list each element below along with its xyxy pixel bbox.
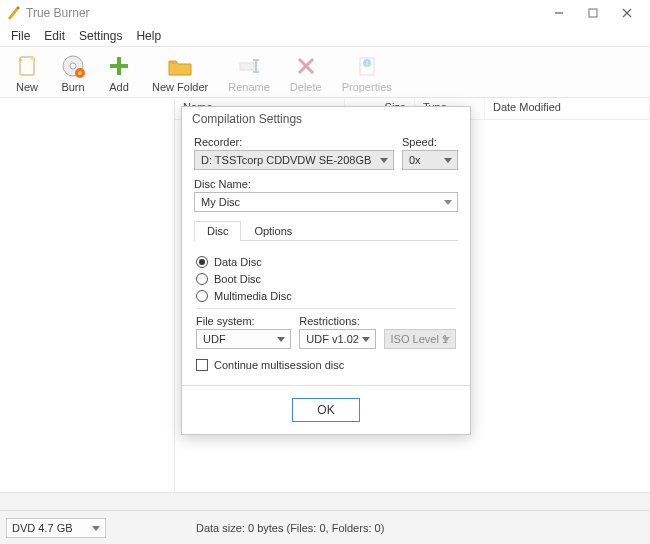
menu-file[interactable]: File xyxy=(4,28,37,44)
properties-label: Properties xyxy=(342,81,392,93)
add-button[interactable]: Add xyxy=(96,51,142,95)
file-system-value: UDF xyxy=(203,333,226,345)
svg-point-8 xyxy=(70,63,76,69)
maximize-button[interactable] xyxy=(576,2,610,24)
disc-name-value: My Disc xyxy=(201,196,240,208)
speed-value: 0x xyxy=(409,154,421,166)
toolbar: New Burn Add New Folder Rename Delete i … xyxy=(0,46,650,98)
tab-disc[interactable]: Disc xyxy=(194,221,241,241)
burn-icon xyxy=(60,53,86,79)
delete-button[interactable]: Delete xyxy=(280,51,332,95)
disc-type-value: DVD 4.7 GB xyxy=(12,522,73,534)
radio-boot-disc[interactable]: Boot Disc xyxy=(196,273,456,285)
continue-multisession-checkbox[interactable]: Continue multisession disc xyxy=(196,359,456,371)
restrictions-label: Restrictions: xyxy=(299,315,375,327)
new-icon xyxy=(14,53,40,79)
recorder-select[interactable]: D: TSSTcorp CDDVDW SE-208GB xyxy=(194,150,394,170)
add-label: Add xyxy=(109,81,129,93)
iso-level-select: ISO Level 1 xyxy=(384,329,456,349)
svg-rect-13 xyxy=(240,63,254,70)
radio-data-disc[interactable]: Data Disc xyxy=(196,256,456,268)
recorder-label: Recorder: xyxy=(194,136,394,148)
radio-multimedia-disc-label: Multimedia Disc xyxy=(214,290,292,302)
divider xyxy=(196,308,456,309)
iso-level-value: ISO Level 1 xyxy=(391,333,448,345)
properties-button[interactable]: i Properties xyxy=(332,51,402,95)
menu-settings[interactable]: Settings xyxy=(72,28,129,44)
burn-button[interactable]: Burn xyxy=(50,51,96,95)
restrictions-select[interactable]: UDF v1.02 xyxy=(299,329,375,349)
burn-label: Burn xyxy=(61,81,84,93)
continue-multisession-label: Continue multisession disc xyxy=(214,359,344,371)
delete-icon xyxy=(293,53,319,79)
radio-icon xyxy=(196,256,208,268)
close-button[interactable] xyxy=(610,2,644,24)
radio-data-disc-label: Data Disc xyxy=(214,256,262,268)
disc-name-input[interactable]: My Disc xyxy=(194,192,458,212)
restrictions-value: UDF v1.02 xyxy=(306,333,359,345)
menu-bar: File Edit Settings Help xyxy=(0,26,650,46)
file-system-label: File system: xyxy=(196,315,291,327)
dialog-footer: OK xyxy=(182,385,470,434)
recorder-value: D: TSSTcorp CDDVDW SE-208GB xyxy=(201,154,371,166)
speed-label: Speed: xyxy=(402,136,458,148)
new-label: New xyxy=(16,81,38,93)
size-gauge xyxy=(0,492,650,510)
status-bar: DVD 4.7 GB Data size: 0 bytes (Files: 0,… xyxy=(0,510,650,544)
new-button[interactable]: New xyxy=(4,51,50,95)
file-system-select[interactable]: UDF xyxy=(196,329,291,349)
disc-type-select[interactable]: DVD 4.7 GB xyxy=(6,518,106,538)
new-folder-icon xyxy=(167,53,193,79)
radio-icon xyxy=(196,273,208,285)
svg-point-10 xyxy=(78,71,82,75)
rename-icon xyxy=(236,53,262,79)
compilation-settings-dialog: Compilation Settings Recorder: D: TSSTco… xyxy=(181,106,471,435)
app-icon xyxy=(6,6,20,20)
new-folder-button[interactable]: New Folder xyxy=(142,51,218,95)
properties-icon: i xyxy=(354,53,380,79)
tree-pane[interactable] xyxy=(0,98,175,495)
speed-select[interactable]: 0x xyxy=(402,150,458,170)
menu-edit[interactable]: Edit xyxy=(37,28,72,44)
tab-disc-body: Data Disc Boot Disc Multimedia Disc File… xyxy=(194,241,458,377)
radio-icon xyxy=(196,290,208,302)
dialog-tabs: Disc Options xyxy=(194,220,458,241)
tab-options[interactable]: Options xyxy=(241,221,305,241)
checkbox-icon xyxy=(196,359,208,371)
delete-label: Delete xyxy=(290,81,322,93)
minimize-button[interactable] xyxy=(542,2,576,24)
radio-boot-disc-label: Boot Disc xyxy=(214,273,261,285)
data-size-text: Data size: 0 bytes (Files: 0, Folders: 0… xyxy=(196,522,384,534)
svg-rect-1 xyxy=(589,9,597,17)
add-icon xyxy=(106,53,132,79)
dialog-title: Compilation Settings xyxy=(182,107,470,132)
radio-multimedia-disc[interactable]: Multimedia Disc xyxy=(196,290,456,302)
ok-button-label: OK xyxy=(317,403,334,417)
rename-label: Rename xyxy=(228,81,270,93)
svg-rect-12 xyxy=(110,64,128,68)
app-title: True Burner xyxy=(26,6,542,20)
title-bar: True Burner xyxy=(0,0,650,26)
col-date[interactable]: Date Modified xyxy=(485,98,650,119)
disc-name-label: Disc Name: xyxy=(194,178,458,190)
ok-button[interactable]: OK xyxy=(292,398,360,422)
rename-button[interactable]: Rename xyxy=(218,51,280,95)
new-folder-label: New Folder xyxy=(152,81,208,93)
menu-help[interactable]: Help xyxy=(129,28,168,44)
